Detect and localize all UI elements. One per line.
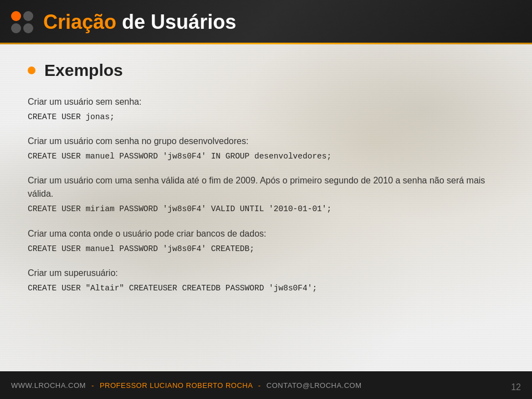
- footer: WWW.LROCHA.COM - PROFESSOR LUCIANO ROBER…: [0, 371, 532, 399]
- main-content: Exemplos Criar um usuário sem senha: CRE…: [0, 44, 532, 371]
- footer-website: WWW.LROCHA.COM: [11, 381, 86, 390]
- logo-circle-1: [11, 11, 21, 21]
- code-5: CREATE USER "Altair" CREATEUSER CREATEDB…: [28, 282, 504, 295]
- description-1: Criar um usuário sem senha:: [28, 95, 504, 109]
- code-3: CREATE USER miriam PASSWORD 'jw8s0F4' VA…: [28, 203, 504, 216]
- section-heading: Exemplos: [28, 61, 504, 80]
- title-highlight: Criação: [43, 11, 116, 33]
- example-block-5: Criar um superusuário: CREATE USER "Alta…: [28, 267, 504, 295]
- title-rest: de Usuários: [116, 11, 236, 33]
- footer-professor: PROFESSOR LUCIANO ROBERTO ROCHA: [100, 381, 253, 390]
- page-number: 12: [511, 382, 521, 392]
- example-block-1: Criar um usuário sem senha: CREATE USER …: [28, 95, 504, 124]
- page-title: Criação de Usuários: [43, 11, 236, 34]
- example-block-4: Criar uma conta onde o usuário pode cria…: [28, 227, 504, 255]
- description-3: Criar um usuário com uma senha válida at…: [28, 174, 504, 201]
- description-4: Criar uma conta onde o usuário pode cria…: [28, 227, 504, 241]
- logo-circle-4: [23, 23, 33, 33]
- header: Criação de Usuários: [0, 0, 532, 44]
- logo-circle-2: [23, 11, 33, 21]
- description-2: Criar um usuário com senha no grupo dese…: [28, 135, 504, 148]
- footer-email: CONTATO@LROCHA.COM: [267, 381, 362, 390]
- example-block-3: Criar um usuário com uma senha válida at…: [28, 174, 504, 216]
- footer-left: WWW.LROCHA.COM - PROFESSOR LUCIANO ROBER…: [11, 381, 362, 390]
- code-4: CREATE USER manuel PASSWORD 'jw8s0F4' CR…: [28, 243, 504, 255]
- logo: [11, 11, 33, 33]
- code-2: CREATE USER manuel PASSWORD 'jw8s0F4' IN…: [28, 150, 504, 163]
- description-5: Criar um superusuário:: [28, 267, 504, 280]
- code-1: CREATE USER jonas;: [28, 111, 504, 124]
- logo-circle-3: [11, 23, 21, 33]
- section-title: Exemplos: [44, 61, 123, 80]
- bullet-icon: [28, 66, 35, 74]
- example-block-2: Criar um usuário com senha no grupo dese…: [28, 135, 504, 163]
